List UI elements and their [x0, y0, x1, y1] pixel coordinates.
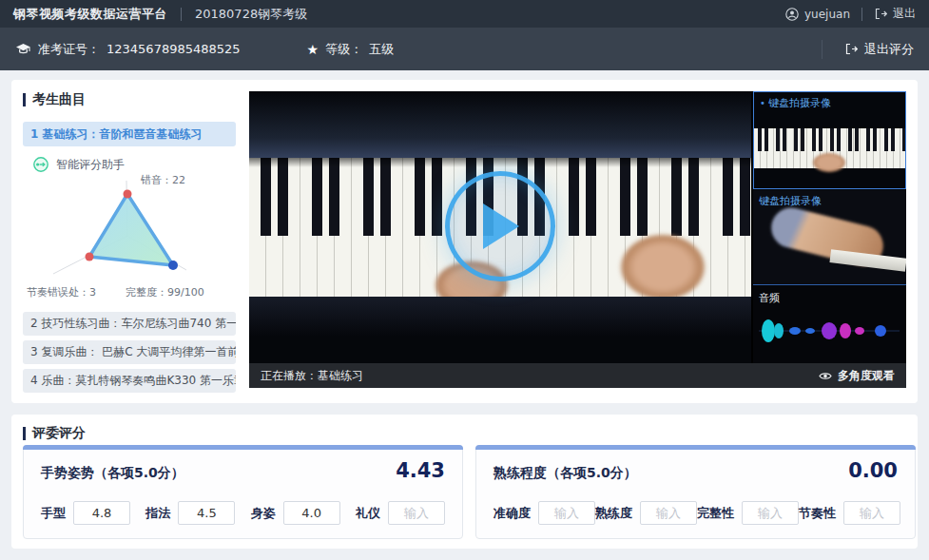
scoring-title-text: 评委评分: [32, 425, 86, 442]
field-label: 节奏性: [799, 505, 836, 522]
radar-point-wrong-notes: [124, 190, 132, 199]
radar-point-completeness: [168, 261, 178, 270]
session-title: 20180728钢琴考级: [195, 6, 307, 23]
piano-body: [249, 91, 751, 158]
score-card-2-header: 熟练程度（各项5.0分） 0.00: [476, 446, 915, 482]
field-fingering: 指法: [145, 501, 235, 525]
accuracy-input[interactable]: [538, 501, 595, 525]
section-title-bar: [23, 93, 26, 106]
ticket-group: 准考证号： 12345678985488525: [15, 41, 241, 58]
multi-angle-button[interactable]: 多角度观看: [819, 368, 895, 384]
posture-input[interactable]: [283, 501, 340, 525]
score-card-gesture: 手势姿势（各项5.0分） 4.43 手型 指法 身姿 礼仪: [23, 445, 463, 539]
radar-label-rhythm-errors: 节奏错误处：3: [27, 285, 96, 299]
audio-waveform: [755, 307, 903, 355]
field-label: 手型: [41, 505, 66, 522]
completeness-input[interactable]: [742, 501, 799, 525]
exit-scoring-label: 退出评分: [864, 41, 914, 58]
eye-icon: [819, 371, 832, 381]
score-card-2-total: 0.00: [848, 459, 898, 482]
field-label: 身姿: [251, 505, 276, 522]
right-hand: [620, 234, 706, 300]
radar-label-completeness: 完整度：99/100: [126, 285, 204, 299]
radar-svg: [19, 173, 238, 302]
topbar-right-divider: [861, 8, 862, 21]
hand-shape-input[interactable]: [73, 501, 130, 525]
rhythm-input[interactable]: [843, 501, 900, 525]
field-proficiency: 熟练度: [595, 501, 697, 525]
app-title: 钢琴视频考级数据运营平台: [13, 6, 167, 23]
level-value: 五级: [369, 41, 394, 58]
player-status-bar: 正在播放：基础练习 多角度观看: [249, 363, 906, 388]
piano-front-edge: [249, 297, 751, 363]
exit-scoring-icon: [844, 43, 858, 55]
user-menu[interactable]: yuejuan: [785, 8, 850, 21]
ticket-label: 准考证号：: [38, 41, 100, 58]
field-hand-shape: 手型: [41, 501, 130, 525]
multi-angle-label: 多角度观看: [838, 368, 895, 384]
playlist-item-3[interactable]: 3 复调乐曲： 巴赫C 大调平均律第一首前奏曲: [23, 340, 236, 364]
radar-label-wrong-notes: 错音：22: [141, 173, 185, 187]
score-card-2-title: 熟练程度（各项5.0分）: [494, 465, 637, 482]
section-title-bar: [23, 427, 26, 440]
field-rhythm: 节奏性: [799, 501, 900, 525]
logout-button[interactable]: 退出: [874, 6, 916, 22]
playlist-item-1[interactable]: 1 基础练习：音阶和琶音基础练习: [23, 122, 236, 146]
exit-scoring-button[interactable]: 退出评分: [822, 40, 914, 59]
field-etiquette: 礼仪: [356, 501, 445, 525]
field-posture: 身姿: [251, 501, 340, 525]
selected-dot-icon: •: [760, 98, 765, 108]
play-icon: [477, 200, 523, 253]
video-player: • 键盘拍摄录像 键盘拍摄录像 音频: [249, 91, 906, 388]
play-button[interactable]: [445, 171, 555, 281]
playlist-title-text: 考生曲目: [32, 91, 86, 108]
mini-black-keys-1: [754, 128, 905, 151]
score-card-1-title: 手势姿势（各项5.0分）: [41, 465, 184, 482]
audio-track[interactable]: 音频: [753, 286, 906, 363]
user-icon: [785, 8, 799, 21]
now-playing: 正在播放：基础练习: [261, 368, 363, 384]
graduation-cap-icon: [15, 43, 31, 56]
smart-score-assistant: 智能评分助手: [32, 156, 125, 173]
playlist-item-2[interactable]: 2 技巧性练习曲：车尔尼练习曲740 第一首: [23, 312, 236, 336]
proficiency-input[interactable]: [640, 501, 697, 525]
topbar-right: yuejuan 退出: [785, 6, 916, 22]
field-accuracy: 准确度: [494, 501, 595, 525]
exam-info-bar: 准考证号： 12345678985488525 ★ 等级： 五级 退出评分: [0, 28, 929, 70]
field-label: 礼仪: [356, 505, 380, 522]
field-label: 指法: [145, 505, 170, 522]
mini-hand: [813, 153, 845, 172]
star-icon: ★: [307, 42, 319, 57]
field-label: 准确度: [494, 505, 531, 522]
logout-icon: [874, 8, 887, 20]
radar-point-rhythm-errors: [86, 253, 94, 261]
logout-label: 退出: [893, 6, 916, 22]
main-video[interactable]: [249, 91, 751, 363]
topbar: 钢琴视频考级数据运营平台 20180728钢琴考级 yuejuan 退出: [0, 0, 929, 28]
thumbnail-keyboard-cam-2[interactable]: 键盘拍摄录像: [753, 190, 906, 285]
fingering-input[interactable]: [178, 501, 235, 525]
assistant-icon: [32, 156, 49, 173]
field-label: 完整性: [697, 505, 734, 522]
playlist-section-title: 考生曲目: [23, 91, 86, 108]
thumbnail-1-label-row: • 键盘拍摄录像: [760, 96, 831, 110]
field-completeness: 完整性: [697, 501, 799, 525]
assistant-label: 智能评分助手: [56, 157, 125, 173]
level-group: ★ 等级： 五级: [307, 41, 395, 58]
thumbnail-1-label: 键盘拍摄录像: [768, 96, 831, 110]
thumbnail-keyboard-cam-1[interactable]: • 键盘拍摄录像: [753, 91, 906, 189]
playlist-item-4[interactable]: 4 乐曲：莫扎特钢琴奏鸣曲K330 第一乐章: [23, 369, 236, 393]
subbar-divider: [822, 40, 823, 59]
score-card-1-header: 手势姿势（各项5.0分） 4.43: [24, 446, 462, 482]
ticket-number: 12345678985488525: [106, 42, 241, 56]
audio-label: 音频: [759, 291, 780, 305]
scoring-section-title: 评委评分: [23, 425, 86, 442]
field-label: 熟练度: [595, 505, 632, 522]
score-card-1-total: 4.43: [396, 459, 445, 482]
thumbnail-2-label-row: 键盘拍摄录像: [759, 194, 822, 208]
etiquette-input[interactable]: [388, 501, 445, 525]
keys-shadow: [249, 158, 751, 167]
judge-scoring-card: 评委评分 手势姿势（各项5.0分） 4.43 手型 指法 身姿 礼仪: [11, 415, 918, 549]
username: yuejuan: [804, 8, 850, 21]
thumbnail-2-label: 键盘拍摄录像: [759, 194, 822, 208]
